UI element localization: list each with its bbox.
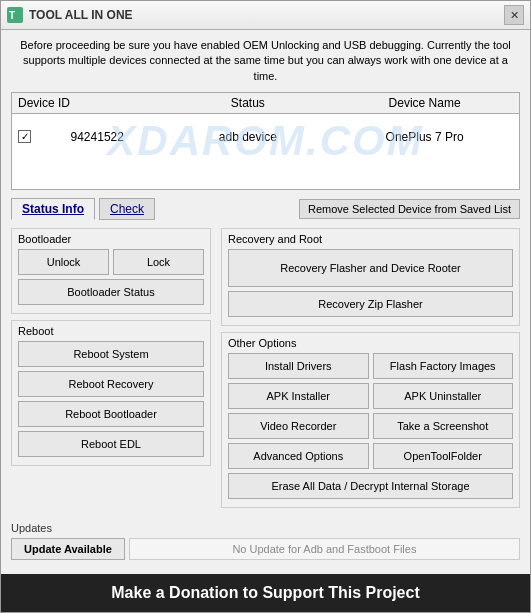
device-name-cell: OnePlus 7 Pro	[336, 130, 513, 144]
updates-row: Update Available No Update for Adb and F…	[11, 538, 520, 560]
updates-section: Updates Update Available No Update for A…	[11, 522, 520, 560]
window-content: Before proceeding be sure you have enabl…	[1, 30, 530, 568]
other-options-section: Other Options Install Drivers Flash Fact…	[221, 332, 520, 508]
device-id-cell: ✓ 94241522	[18, 130, 159, 144]
status-cell: adb device	[159, 130, 336, 144]
advanced-options-button[interactable]: Advanced Options	[228, 443, 369, 469]
reboot-recovery-button[interactable]: Reboot Recovery	[18, 371, 204, 397]
reboot-bootloader-button[interactable]: Reboot Bootloader	[18, 401, 204, 427]
table-header: Device ID Status Device Name	[12, 93, 519, 114]
window-title: TOOL ALL IN ONE	[29, 8, 133, 22]
reboot-section: Reboot Reboot System Reboot Recovery Reb…	[11, 320, 211, 466]
video-screenshot-row: Video Recorder Take a Screenshot	[228, 413, 513, 439]
col-status: Status	[159, 96, 336, 110]
unlock-lock-row: Unlock Lock	[18, 249, 204, 275]
updates-label: Updates	[11, 522, 520, 534]
open-tool-folder-button[interactable]: OpenToolFolder	[373, 443, 514, 469]
col-device-id: Device ID	[18, 96, 159, 110]
bootloader-label: Bootloader	[18, 233, 204, 245]
erase-all-button[interactable]: Erase All Data / Decrypt Internal Storag…	[228, 473, 513, 499]
unlock-button[interactable]: Unlock	[18, 249, 109, 275]
donation-bar[interactable]: Make a Donation to Support This Project	[1, 574, 530, 612]
drivers-flash-row: Install Drivers Flash Factory Images	[228, 353, 513, 379]
col-device-name: Device Name	[336, 96, 513, 110]
title-bar-left: T TOOL ALL IN ONE	[7, 7, 133, 23]
apk-installer-button[interactable]: APK Installer	[228, 383, 369, 409]
svg-text:T: T	[9, 10, 15, 21]
install-drivers-button[interactable]: Install Drivers	[228, 353, 369, 379]
apk-uninstaller-button[interactable]: APK Uninstaller	[373, 383, 514, 409]
bootloader-status-button[interactable]: Bootloader Status	[18, 279, 204, 305]
table-row: ✓ 94241522 adb device OnePlus 7 Pro	[12, 114, 519, 159]
reboot-edl-button[interactable]: Reboot EDL	[18, 431, 204, 457]
other-options-label: Other Options	[228, 337, 513, 349]
title-bar: T TOOL ALL IN ONE ✕	[1, 1, 530, 30]
recovery-flasher-rooter-button[interactable]: Recovery Flasher and Device Rooter	[228, 249, 513, 287]
main-panels: Bootloader Unlock Lock Bootloader Status…	[11, 228, 520, 514]
advanced-open-row: Advanced Options OpenToolFolder	[228, 443, 513, 469]
recovery-zip-flasher-button[interactable]: Recovery Zip Flasher	[228, 291, 513, 317]
flash-factory-button[interactable]: Flash Factory Images	[373, 353, 514, 379]
video-recorder-button[interactable]: Video Recorder	[228, 413, 369, 439]
bootloader-section: Bootloader Unlock Lock Bootloader Status	[11, 228, 211, 314]
no-update-text: No Update for Adb and Fastboot Files	[129, 538, 520, 560]
info-text: Before proceeding be sure you have enabl…	[11, 38, 520, 84]
remove-device-button[interactable]: Remove Selected Device from Saved List	[299, 199, 520, 219]
tabs-row: Status Info Check Remove Selected Device…	[11, 198, 520, 220]
screenshot-button[interactable]: Take a Screenshot	[373, 413, 514, 439]
reboot-system-button[interactable]: Reboot System	[18, 341, 204, 367]
recovery-root-label: Recovery and Root	[228, 233, 513, 245]
tab-check[interactable]: Check	[99, 198, 155, 220]
main-window: T TOOL ALL IN ONE ✕ Before proceeding be…	[0, 0, 531, 613]
update-available-button[interactable]: Update Available	[11, 538, 125, 560]
right-panel: Recovery and Root Recovery Flasher and D…	[221, 228, 520, 514]
reboot-label: Reboot	[18, 325, 204, 337]
device-table: Device ID Status Device Name ✓ 94241522 …	[11, 92, 520, 190]
apk-row: APK Installer APK Uninstaller	[228, 383, 513, 409]
tab-status-info[interactable]: Status Info	[11, 198, 95, 220]
app-icon: T	[7, 7, 23, 23]
lock-button[interactable]: Lock	[113, 249, 204, 275]
device-checkbox[interactable]: ✓	[18, 130, 31, 143]
left-panel: Bootloader Unlock Lock Bootloader Status…	[11, 228, 211, 514]
close-button[interactable]: ✕	[504, 5, 524, 25]
recovery-root-section: Recovery and Root Recovery Flasher and D…	[221, 228, 520, 326]
